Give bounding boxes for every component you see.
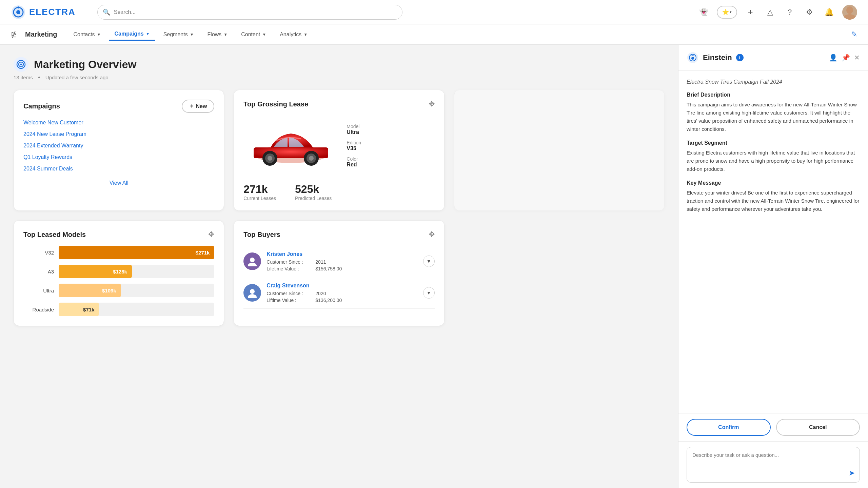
top-grossing-header: Top Grossing Lease ✥ <box>243 100 434 108</box>
einstein-actions: Confirm Cancel <box>678 413 868 441</box>
bar-outer: $71k <box>59 303 214 316</box>
einstein-header-icons: 👤 📌 ✕ <box>829 54 860 62</box>
svg-point-8 <box>20 64 22 65</box>
star-badge[interactable]: ⭐▾ <box>717 6 737 19</box>
expand-icon[interactable]: ✥ <box>429 100 435 108</box>
expand-icon[interactable]: ✥ <box>208 230 214 239</box>
nav-item-flows[interactable]: Flows ▼ <box>202 29 233 40</box>
buyer-expand-button[interactable]: ▼ <box>423 256 435 267</box>
buyer-info: Craig Stevenson Customer Since : 2020 Li… <box>267 283 417 303</box>
search-icon: 🔍 <box>103 8 110 16</box>
buyer-info: Kristen Jones Customer Since : 2011 Life… <box>267 251 417 271</box>
edit-icon[interactable]: ✎ <box>851 30 857 39</box>
persona-icon[interactable]: 👤 <box>829 54 837 62</box>
list-item: Q1 Loyalty Rewards <box>23 154 214 160</box>
bar-label: Roadside <box>23 307 54 312</box>
send-icon[interactable]: ➤ <box>849 469 855 477</box>
avatar[interactable] <box>842 5 857 20</box>
bar-label: V32 <box>23 250 54 256</box>
buyer-name[interactable]: Craig Stevenson <box>267 283 309 288</box>
cancel-button[interactable]: Cancel <box>776 419 860 436</box>
nav-item-segments[interactable]: Segments ▼ <box>158 29 199 40</box>
buyer-avatar <box>243 284 261 302</box>
buyers-list: Kristen Jones Customer Since : 2011 Life… <box>243 246 434 309</box>
model-label: Model <box>347 124 361 129</box>
page-header-icon <box>14 57 28 72</box>
campaign-link[interactable]: 2024 New Lease Program <box>23 131 86 137</box>
top-leased-header: Top Leased Models ✥ <box>23 230 214 239</box>
nav-item-content[interactable]: Content ▼ <box>236 29 272 40</box>
chevron-down-icon: ▼ <box>97 32 101 37</box>
car-image <box>243 115 338 176</box>
svg-point-4 <box>846 6 853 14</box>
predicted-leases-label: Predicted Leases <box>295 196 332 201</box>
plus-icon[interactable]: + <box>744 6 757 19</box>
bar-row: Ultra $109k <box>23 284 214 297</box>
svg-point-3 <box>17 6 19 8</box>
bar-inner: $128k <box>59 265 132 278</box>
chevron-down-icon: ▼ <box>262 32 266 37</box>
bell-icon[interactable]: 🔔 <box>823 6 835 19</box>
buyer-expand-button[interactable]: ▼ <box>423 287 435 299</box>
brief-description-section: Brief Description This campaign aims to … <box>687 92 860 133</box>
einstein-panel: Einstein i 👤 📌 ✕ Electra Snow Tires Camp… <box>678 45 868 488</box>
buyer-detail: Customer Since : 2011 Lifetime Value : $… <box>267 259 417 271</box>
top-buyers-card: Top Buyers ✥ Kristen Jones Customer Sinc… <box>234 220 444 326</box>
einstein-title: Einstein <box>703 53 732 62</box>
confirm-button[interactable]: Confirm <box>687 419 771 436</box>
car-details: Model Ultra Edition V35 Color Red <box>347 124 361 168</box>
new-campaign-button[interactable]: ✦ New <box>182 100 214 113</box>
bar-row: Roadside $71k <box>23 303 214 316</box>
search-input[interactable] <box>97 5 402 20</box>
list-item: 2024 New Lease Program <box>23 131 214 137</box>
einstein-input-wrap: ➤ <box>687 447 860 483</box>
buyer-avatar <box>243 252 261 270</box>
settings-icon[interactable]: ⚙ <box>803 6 816 19</box>
bar-row: V32 $271k <box>23 246 214 259</box>
nav-item-analytics[interactable]: Analytics ▼ <box>274 29 313 40</box>
bar-row: A3 $128k <box>23 265 214 278</box>
brand-name: ELECTRA <box>29 7 76 17</box>
campaigns-card-title: Campaigns <box>23 102 60 110</box>
svg-point-23 <box>691 57 694 60</box>
buyer-name[interactable]: Kristen Jones <box>267 251 302 257</box>
chevron-down-icon: ▼ <box>146 32 150 36</box>
bar-label: A3 <box>23 269 54 274</box>
nav-item-contacts[interactable]: Contacts ▼ <box>68 29 106 40</box>
edition-label: Edition <box>347 140 361 145</box>
close-icon[interactable]: ✕ <box>854 54 860 62</box>
page-subtitle: 13 items Updated a few seconds ago <box>14 75 665 80</box>
key-message-text: Elevate your winter drives! Be one of th… <box>687 189 860 213</box>
triangle-icon[interactable]: △ <box>764 6 776 19</box>
campaign-link[interactable]: 2024 Extended Warranty <box>23 143 83 148</box>
campaign-list: Welcome New Customer 2024 New Lease Prog… <box>23 120 214 172</box>
top-leased-title: Top Leased Models <box>23 231 86 239</box>
list-item: 2024 Summer Deals <box>23 166 214 172</box>
buyer-detail: Customer Since : 2020 Liftime Value : $1… <box>267 291 417 303</box>
help-icon[interactable]: ? <box>783 6 796 19</box>
top-leased-card: Top Leased Models ✥ V32 $271k A3 $128k U… <box>14 220 224 326</box>
bar-inner: $109k <box>59 284 121 297</box>
view-all-link[interactable]: View All <box>23 180 214 186</box>
top-grossing-title: Top Grossing Lease <box>243 100 308 108</box>
search-bar[interactable]: 🔍 <box>97 5 402 20</box>
ghost-icon[interactable]: 👻 <box>697 6 710 19</box>
einstein-input[interactable] <box>692 452 854 476</box>
current-leases-num: 271k <box>243 183 276 196</box>
pin-icon[interactable]: 📌 <box>842 54 850 62</box>
einstein-info-button[interactable]: i <box>736 54 744 61</box>
einstein-input-area: ➤ <box>678 441 868 488</box>
svg-point-5 <box>843 14 856 20</box>
car-stats: 271k Current Leases 525k Predicted Lease… <box>243 183 434 201</box>
nav-item-campaigns[interactable]: Campaigns ▼ <box>109 28 155 41</box>
campaign-link[interactable]: 2024 Summer Deals <box>23 166 73 171</box>
svg-point-20 <box>248 294 257 298</box>
campaign-link[interactable]: Q1 Loyalty Rewards <box>23 154 72 160</box>
grid-icon[interactable]: ⋭ <box>11 30 17 39</box>
campaign-link[interactable]: Welcome New Customer <box>23 120 83 125</box>
top-nav: ELECTRA 🔍 👻 ⭐▾ + △ ? ⚙ 🔔 <box>0 0 868 24</box>
expand-icon[interactable]: ✥ <box>429 230 435 239</box>
color-value: Red <box>347 162 361 168</box>
bar-outer: $109k <box>59 284 214 297</box>
brief-desc-title: Brief Description <box>687 92 860 98</box>
